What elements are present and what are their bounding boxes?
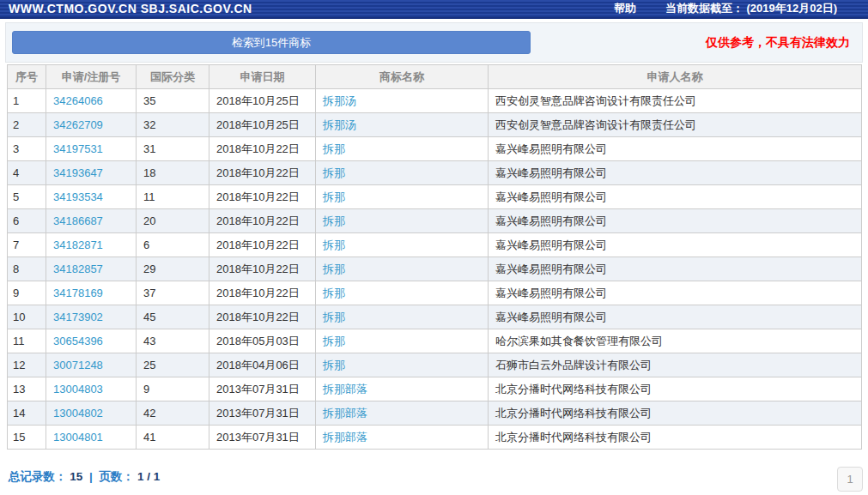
intl-class: 41	[137, 426, 209, 450]
table-row: 1230071248252018年04月06日拆那石狮市白云外品牌设计有限公司	[8, 353, 862, 377]
application-number-link[interactable]: 34173902	[53, 311, 103, 323]
trademark-name-link[interactable]: 拆那	[323, 190, 345, 203]
application-date: 2018年10月25日	[209, 89, 316, 113]
trademark-name-link-cell: 拆那	[316, 233, 489, 257]
site-brand: WWW.CTMO.GOV.CN SBJ.SAIC.GOV.CN	[9, 2, 252, 15]
toolbar-panel: 检索到15件商标 仅供参考，不具有法律效力	[5, 22, 863, 63]
intl-class: 35	[137, 89, 209, 113]
application-number-link[interactable]: 34178169	[53, 287, 103, 299]
trademark-name-link[interactable]: 拆那	[323, 142, 345, 155]
application-number-link[interactable]: 34264066	[53, 94, 103, 107]
trademark-name-link[interactable]: 拆那	[323, 263, 345, 275]
header-application-number: 申请/注册号	[46, 65, 137, 89]
intl-class: 31	[137, 137, 209, 161]
intl-class: 43	[137, 329, 209, 353]
help-link[interactable]: 帮助	[614, 1, 636, 16]
trademark-name-link-cell: 拆那部落	[316, 377, 489, 401]
intl-class: 11	[137, 185, 209, 209]
trademark-name-link[interactable]: 拆那部落	[323, 407, 367, 420]
row-index: 6	[8, 209, 46, 233]
application-date: 2018年10月22日	[209, 233, 316, 257]
application-number-link[interactable]: 34197531	[53, 142, 103, 155]
table-row: 1130654396432018年05月03日拆那哈尔滨果如其食餐饮管理有限公司	[8, 329, 862, 353]
trademark-name-link-cell: 拆那	[316, 305, 489, 329]
trademark-name-link-cell: 拆那	[316, 329, 489, 353]
trademark-name-link-cell: 拆那	[316, 209, 489, 233]
application-date: 2018年10月22日	[209, 161, 316, 185]
page-1-button[interactable]: 1	[837, 467, 863, 492]
data-cutoff-label: 当前数据截至： (2019年12月02日)	[665, 1, 837, 16]
application-number-link[interactable]: 13004803	[53, 383, 103, 395]
pages-label: 页数：	[100, 470, 135, 483]
row-index: 13	[8, 377, 46, 401]
table-header-row: 序号 申请/注册号 国际分类 申请日期 商标名称 申请人名称	[8, 65, 862, 89]
trademark-name-link[interactable]: 拆那部落	[323, 431, 367, 444]
trademark-name-link[interactable]: 拆那汤	[323, 94, 356, 107]
application-date: 2013年07月31日	[209, 401, 316, 426]
intl-class: 29	[137, 257, 209, 281]
application-number-link[interactable]: 34262709	[53, 118, 103, 131]
application-number-link-cell: 34264066	[46, 89, 137, 113]
trademark-name-link[interactable]: 拆那	[323, 214, 345, 227]
applicant-name: 北京分播时代网络科技有限公司	[489, 377, 862, 401]
application-number-link[interactable]: 34193534	[53, 190, 103, 203]
applicant-name: 嘉兴峰易照明有限公司	[489, 161, 862, 185]
table-body: 134264066352018年10月25日拆那汤西安创灵智意品牌咨询设计有限责…	[8, 89, 862, 450]
results-table: 序号 申请/注册号 国际分类 申请日期 商标名称 申请人名称 134264066…	[7, 64, 862, 450]
application-number-link-cell: 30071248	[46, 353, 137, 377]
header-application-date: 申请日期	[209, 65, 316, 89]
pages-value: 1 / 1	[137, 470, 160, 483]
application-number-link[interactable]: 13004801	[53, 431, 103, 444]
application-number-link[interactable]: 13004802	[53, 407, 103, 420]
application-number-link[interactable]: 34182857	[53, 263, 103, 275]
trademark-name-link[interactable]: 拆那部落	[323, 383, 367, 395]
trademark-name-link-cell: 拆那	[316, 257, 489, 281]
application-number-link-cell: 34262709	[46, 113, 137, 137]
intl-class: 37	[137, 281, 209, 305]
trademark-name-link[interactable]: 拆那	[323, 166, 345, 179]
applicant-name: 西安创灵智意品牌咨询设计有限责任公司	[489, 113, 862, 137]
applicant-name: 石狮市白云外品牌设计有限公司	[489, 353, 862, 377]
trademark-name-link-cell: 拆那部落	[316, 426, 489, 450]
row-index: 3	[8, 137, 46, 161]
table-row: 434193647182018年10月22日拆那嘉兴峰易照明有限公司	[8, 161, 862, 185]
application-number-link-cell: 34197531	[46, 137, 137, 161]
application-number-link-cell: 34182871	[46, 233, 137, 257]
application-number-link-cell: 34173902	[46, 305, 137, 329]
table-row: 1413004802422013年07月31日拆那部落北京分播时代网络科技有限公…	[8, 401, 862, 426]
applicant-name: 嘉兴峰易照明有限公司	[489, 305, 862, 329]
application-number-link-cell: 13004802	[46, 401, 137, 426]
application-number-link[interactable]: 30654396	[53, 335, 103, 347]
trademark-name-link[interactable]: 拆那	[323, 359, 345, 371]
row-index: 5	[8, 185, 46, 209]
trademark-name-link[interactable]: 拆那	[323, 311, 345, 323]
result-count-button[interactable]: 检索到15件商标	[12, 31, 531, 54]
trademark-name-link[interactable]: 拆那	[323, 335, 345, 347]
table-row: 73418287162018年10月22日拆那嘉兴峰易照明有限公司	[8, 233, 862, 257]
table-row: 1034173902452018年10月22日拆那嘉兴峰易照明有限公司	[8, 305, 862, 329]
trademark-name-link[interactable]: 拆那	[323, 287, 345, 299]
application-number-link[interactable]: 34186687	[53, 214, 103, 227]
application-number-link[interactable]: 34182871	[53, 238, 103, 251]
intl-class: 45	[137, 305, 209, 329]
application-date: 2018年05月03日	[209, 329, 316, 353]
application-number-link-cell: 34186687	[46, 209, 137, 233]
application-number-link[interactable]: 30071248	[53, 359, 103, 371]
row-index: 9	[8, 281, 46, 305]
intl-class: 42	[137, 401, 209, 426]
trademark-name-link-cell: 拆那	[316, 161, 489, 185]
application-number-link[interactable]: 34193647	[53, 166, 103, 179]
applicant-name: 嘉兴峰易照明有限公司	[489, 281, 862, 305]
trademark-name-link-cell: 拆那	[316, 137, 489, 161]
application-date: 2018年10月22日	[209, 209, 316, 233]
applicant-name: 嘉兴峰易照明有限公司	[489, 185, 862, 209]
application-number-link-cell: 34193647	[46, 161, 137, 185]
table-row: 634186687202018年10月22日拆那嘉兴峰易照明有限公司	[8, 209, 862, 233]
trademark-name-link[interactable]: 拆那	[323, 238, 345, 251]
application-number-link-cell: 34182857	[46, 257, 137, 281]
application-number-link-cell: 13004801	[46, 426, 137, 450]
header-applicant-name: 申请人名称	[489, 65, 862, 89]
trademark-name-link[interactable]: 拆那汤	[323, 118, 356, 131]
applicant-name: 北京分播时代网络科技有限公司	[489, 401, 862, 426]
trademark-name-link-cell: 拆那汤	[316, 89, 489, 113]
